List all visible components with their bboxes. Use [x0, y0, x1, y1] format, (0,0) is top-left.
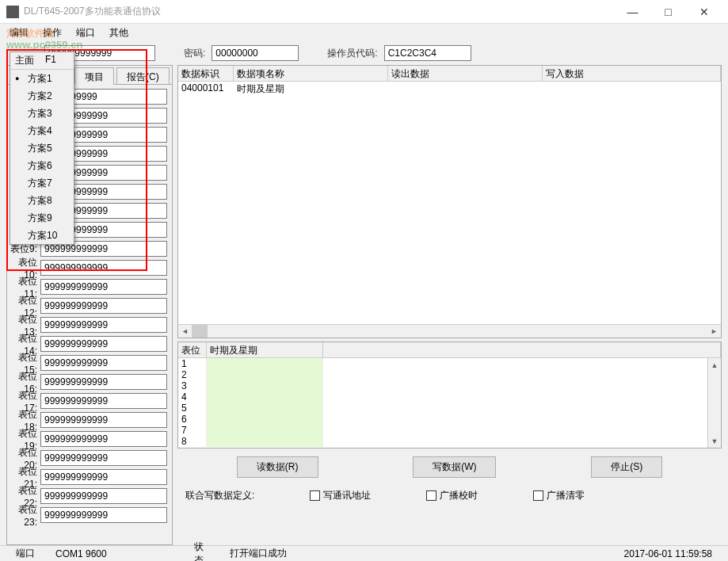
- grid-body[interactable]: 04000101时期及星期: [178, 82, 721, 324]
- dropdown-item[interactable]: 方案6: [10, 157, 74, 174]
- col-header-dsid[interactable]: 数据标识: [178, 66, 234, 81]
- top-row: 密码: 操作员代码:: [0, 41, 728, 65]
- meter-input[interactable]: [40, 431, 167, 447]
- dropdown-item[interactable]: 方案1: [10, 70, 74, 87]
- meter-label: 表位23:: [9, 503, 40, 528]
- col-header-name[interactable]: 数据项名称: [234, 66, 388, 81]
- meter-input[interactable]: [40, 393, 167, 409]
- statusbar: 端口 COM1 9600 状态 打开端口成功 2017-06-01 11:59:…: [0, 545, 728, 561]
- definition-label: 联合写数据定义:: [185, 489, 254, 502]
- table-row[interactable]: 6: [178, 414, 721, 425]
- meter-input[interactable]: [40, 260, 167, 276]
- dropdown-item[interactable]: 方案9: [10, 209, 74, 227]
- status-time: 2017-06-01 11:59:58: [615, 548, 722, 559]
- operator-input[interactable]: [384, 45, 471, 61]
- meter-input[interactable]: [40, 317, 167, 333]
- dropdown-item[interactable]: 方案2: [10, 87, 74, 105]
- maximize-button[interactable]: □: [650, 1, 686, 23]
- window-title: DL/T645-2007多功能表通信协议: [24, 5, 161, 18]
- definition-row: 联合写数据定义: 写通讯地址 广播校时 广播清零: [177, 486, 722, 506]
- dropdown-header-f1: F1: [45, 54, 56, 67]
- result-grid: 表位 时期及星期 12345678 ▲ ▼: [177, 342, 722, 448]
- tab-report[interactable]: 报告(C): [116, 67, 170, 84]
- meter-row: 表位23:: [9, 506, 170, 524]
- table-row[interactable]: 2: [178, 369, 721, 380]
- check-label-addr: 写通讯地址: [323, 489, 371, 502]
- meter-input[interactable]: [40, 374, 167, 390]
- vertical-scrollbar[interactable]: ▲ ▼: [707, 358, 721, 448]
- password-label: 密码:: [184, 47, 205, 60]
- menu-port[interactable]: 端口: [70, 25, 101, 41]
- status-port-label: 端口: [6, 547, 46, 560]
- meter-input[interactable]: [40, 412, 167, 428]
- table-row[interactable]: 1: [178, 358, 721, 369]
- dropdown-item[interactable]: 方案5: [10, 139, 74, 157]
- dropdown-item[interactable]: 方案7: [10, 174, 74, 192]
- meter-input[interactable]: [40, 450, 167, 466]
- data-grid: 数据标识 数据项名称 读出数据 写入数据 04000101时期及星期 ◄ ►: [177, 65, 722, 338]
- table-row[interactable]: 3: [178, 380, 721, 391]
- table-row[interactable]: 8: [178, 436, 721, 447]
- table-row[interactable]: 4: [178, 391, 721, 403]
- meter-input[interactable]: [40, 507, 167, 523]
- col-header-write[interactable]: 写入数据: [543, 66, 721, 81]
- meter-input[interactable]: [40, 488, 167, 504]
- scroll-up-icon[interactable]: ▲: [708, 358, 721, 372]
- checkbox-write-addr[interactable]: [310, 490, 320, 501]
- scroll-down-icon[interactable]: ▼: [708, 434, 721, 448]
- col-header-read[interactable]: 读出数据: [388, 66, 543, 81]
- dropdown-item[interactable]: 方案3: [10, 105, 74, 122]
- close-button[interactable]: ✕: [686, 1, 722, 23]
- dropdown-item[interactable]: 方案8: [10, 192, 74, 209]
- dropdown-item[interactable]: 方案10: [10, 227, 74, 244]
- write-button[interactable]: 写数据(W): [413, 456, 496, 478]
- col-header-pos[interactable]: 表位: [178, 342, 207, 357]
- status-com: COM1 9600: [46, 548, 185, 559]
- meter-input[interactable]: [40, 355, 167, 371]
- scroll-right-icon[interactable]: ►: [707, 325, 721, 338]
- meter-input[interactable]: [40, 279, 167, 295]
- check-label-clear: 广播清零: [547, 489, 585, 502]
- stop-button[interactable]: 停止(S): [591, 456, 662, 478]
- table-row[interactable]: 7: [178, 425, 721, 436]
- result-body[interactable]: 12345678: [178, 358, 721, 448]
- scroll-left-icon[interactable]: ◄: [178, 325, 192, 338]
- app-icon: [6, 6, 19, 18]
- menu-operate[interactable]: 操作: [36, 25, 68, 41]
- meter-input[interactable]: [40, 336, 167, 352]
- minimize-button[interactable]: —: [615, 1, 650, 23]
- check-label-time: 广播校时: [440, 489, 478, 502]
- meter-input[interactable]: [40, 469, 167, 485]
- scheme-dropdown: 主面 F1 方案1方案2方案3方案4方案5方案6方案7方案8方案9方案10: [10, 52, 74, 245]
- dropdown-header-main: 主面: [15, 54, 34, 67]
- meter-input[interactable]: [40, 298, 167, 314]
- operator-label: 操作员代码:: [327, 47, 377, 60]
- read-button[interactable]: 读数据(R): [237, 456, 318, 478]
- button-row: 读数据(R) 写数据(W) 停止(S): [177, 452, 722, 483]
- password-input[interactable]: [212, 45, 299, 61]
- menu-other[interactable]: 其他: [103, 25, 135, 41]
- titlebar: DL/T645-2007多功能表通信协议 — □ ✕: [0, 0, 728, 24]
- menu-edit[interactable]: 编辑: [3, 25, 35, 41]
- horizontal-scrollbar[interactable]: ◄ ►: [178, 324, 721, 338]
- tab-project[interactable]: 项目: [74, 67, 114, 85]
- status-state-value: 打开端口成功: [220, 547, 615, 560]
- checkbox-broadcast-clear[interactable]: [533, 490, 543, 501]
- status-state-label: 状态: [185, 540, 220, 562]
- table-row[interactable]: 5: [178, 403, 721, 414]
- dropdown-item[interactable]: 方案4: [10, 122, 74, 139]
- menubar: 编辑 操作 端口 其他: [0, 24, 728, 41]
- checkbox-broadcast-time[interactable]: [426, 490, 436, 501]
- col-header-datetime[interactable]: 时期及星期: [207, 342, 323, 357]
- right-panel: 数据标识 数据项名称 读出数据 写入数据 04000101时期及星期 ◄ ► 表…: [177, 65, 722, 545]
- table-row[interactable]: 04000101时期及星期: [178, 82, 721, 96]
